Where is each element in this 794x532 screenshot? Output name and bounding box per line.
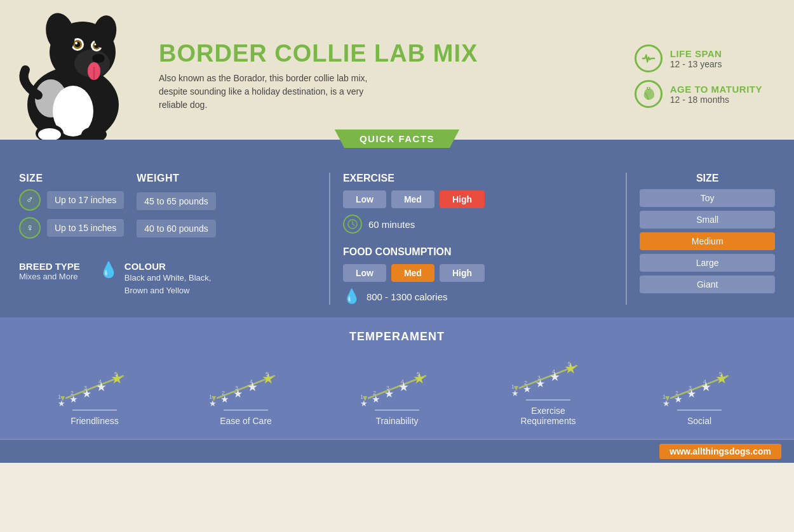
temp-trainability: ★ ★ ★ ★ ★ 1 2 3 4 5 Trainability	[359, 363, 435, 426]
temperament-section: TEMPERAMENT ★ ★ ★ ★ ★ 1 2 3 4	[0, 317, 794, 439]
svg-point-18	[38, 128, 61, 141]
breed-type-area: BREED TYPE Mixes and More	[19, 261, 80, 296]
size-small[interactable]: Small	[640, 211, 775, 229]
colour-values: Black and White, Black,Brown and Yellow	[124, 272, 212, 296]
exercise-req-label: ExerciseRequirements	[520, 406, 575, 426]
male-icon: ♂	[19, 189, 41, 211]
svg-text:5: 5	[719, 371, 722, 377]
right-info: LIFE SPAN 12 - 13 years AGE TO MATURITY …	[622, 38, 775, 114]
svg-text:1: 1	[663, 394, 666, 400]
leaf-icon	[635, 80, 663, 108]
colour-text-block: COLOUR Black and White, Black,Brown and …	[124, 261, 212, 296]
breed-title: BORDER COLLIE LAB MIX	[159, 41, 609, 67]
svg-text:2: 2	[675, 390, 678, 396]
svg-text:3: 3	[537, 375, 541, 381]
exercise-time-text: 60 minutes	[368, 219, 415, 230]
temp-friendliness: ★ ★ ★ ★ ★ 1 2 3 4 5 Friendliness	[57, 363, 133, 426]
male-size-row: ♂ Up to 17 inches	[19, 189, 124, 211]
colour-area: 💧 COLOUR Black and White, Black,Brown an…	[99, 261, 212, 296]
male-weight-row: 45 to 65 pounds	[137, 189, 316, 210]
size-toy[interactable]: Toy	[640, 189, 775, 207]
top-section: BORDER COLLIE LAB MIX Also known as the …	[0, 0, 794, 140]
temp-divider-2	[224, 409, 268, 411]
svg-text:4: 4	[552, 368, 555, 375]
food-block: FOOD CONSUMPTION Low Med High 💧 800 - 13…	[343, 246, 613, 305]
svg-text:1: 1	[511, 383, 515, 390]
trainability-label: Trainability	[375, 416, 418, 426]
svg-text:3: 3	[689, 385, 692, 391]
maturity-item: AGE TO MATURITY 12 - 18 months	[635, 80, 762, 108]
dog-illustration	[0, 6, 146, 146]
calories-row: 💧 800 - 1300 calories	[343, 288, 613, 305]
svg-text:5: 5	[114, 371, 118, 377]
svg-text:2: 2	[373, 390, 376, 396]
size-options-list: Toy Small Medium Large Giant	[640, 189, 775, 293]
exercise-high-btn[interactable]: High	[440, 190, 485, 208]
female-weight-bar: 40 to 60 pounds	[137, 220, 215, 237]
temp-divider-5	[677, 409, 722, 411]
footer: www.allthingsdogs.com	[0, 439, 794, 463]
svg-text:★: ★	[209, 399, 217, 408]
food-low-btn[interactable]: Low	[343, 264, 386, 282]
svg-text:1: 1	[58, 394, 61, 400]
svg-point-4	[92, 54, 105, 63]
calories-text: 800 - 1300 calories	[367, 291, 448, 302]
facts-section: SIZE ♂ Up to 17 inches ♀ Up to 15 inches…	[0, 154, 794, 317]
size-giant[interactable]: Giant	[640, 276, 775, 293]
lifespan-item: LIFE SPAN 12 - 13 years	[635, 44, 762, 72]
male-size-bar: Up to 17 inches	[47, 191, 124, 209]
food-high-btn[interactable]: High	[440, 264, 485, 282]
svg-text:4: 4	[98, 378, 102, 385]
footer-url: www.allthingsdogs.com	[659, 444, 781, 459]
water-drop-icon: 💧	[343, 288, 360, 305]
quick-facts-tab: QUICK FACTS	[328, 130, 466, 148]
maturity-text: AGE TO MATURITY 12 - 18 months	[670, 84, 762, 105]
social-label: Social	[687, 416, 711, 426]
facts-middle: EXERCISE Low Med High 60 minutes FOOD CO…	[343, 173, 613, 305]
svg-text:4: 4	[250, 378, 253, 385]
exercise-med-btn[interactable]: Med	[391, 190, 434, 208]
social-stars: ★ ★ ★ ★ ★ 1 2 3 4 5	[661, 363, 737, 404]
temp-divider-4	[526, 399, 570, 401]
trainability-stars: ★ ★ ★ ★ ★ 1 2 3 4 5	[359, 363, 435, 404]
drop-icon: 💧	[99, 261, 118, 279]
svg-text:2: 2	[71, 390, 74, 396]
svg-text:3: 3	[84, 385, 87, 391]
svg-text:5: 5	[568, 361, 571, 367]
facts-divider-1	[329, 173, 330, 305]
weight-col: WEIGHT 45 to 65 pounds 40 to 60 pounds	[137, 173, 316, 244]
size-medium[interactable]: Medium	[640, 232, 775, 250]
exercise-low-btn[interactable]: Low	[343, 190, 386, 208]
facts-left: SIZE ♂ Up to 17 inches ♀ Up to 15 inches…	[19, 173, 316, 305]
svg-text:5: 5	[266, 371, 269, 377]
svg-text:4: 4	[401, 378, 404, 385]
svg-text:★: ★	[360, 399, 368, 408]
svg-text:2: 2	[524, 380, 527, 386]
male-weight-bar: 45 to 65 pounds	[137, 192, 215, 210]
size-weight-row: SIZE ♂ Up to 17 inches ♀ Up to 15 inches…	[19, 173, 316, 245]
food-med-btn[interactable]: Med	[391, 264, 434, 282]
size-col: SIZE ♂ Up to 17 inches ♀ Up to 15 inches	[19, 173, 124, 245]
female-icon: ♀	[19, 217, 41, 239]
svg-point-22	[647, 87, 649, 89]
svg-text:1: 1	[360, 394, 363, 400]
svg-text:3: 3	[386, 385, 389, 391]
size-large[interactable]: Large	[640, 254, 775, 272]
svg-point-8	[75, 42, 77, 44]
temp-ease-of-care: ★ ★ ★ ★ ★ 1 2 3 4 5 Ease of Care	[208, 363, 284, 426]
ease-stars: ★ ★ ★ ★ ★ 1 2 3 4 5	[208, 363, 284, 404]
temperament-items: ★ ★ ★ ★ ★ 1 2 3 4 5 Friendliness	[19, 353, 775, 426]
svg-text:★: ★	[663, 399, 670, 408]
clock-icon	[343, 215, 362, 234]
temp-divider-3	[375, 409, 419, 411]
exercise-block: EXERCISE Low Med High 60 minutes	[343, 173, 613, 234]
svg-text:★: ★	[511, 389, 519, 397]
facts-right: SIZE Toy Small Medium Large Giant	[640, 173, 775, 305]
facts-divider-2	[626, 173, 627, 305]
temp-divider-1	[72, 409, 117, 411]
quick-facts-tab-container: QUICK FACTS	[0, 140, 794, 154]
lifespan-text: LIFE SPAN 12 - 13 years	[670, 48, 722, 69]
exercise-time-row: 60 minutes	[343, 215, 613, 234]
svg-text:5: 5	[417, 371, 420, 377]
svg-text:3: 3	[235, 385, 238, 391]
